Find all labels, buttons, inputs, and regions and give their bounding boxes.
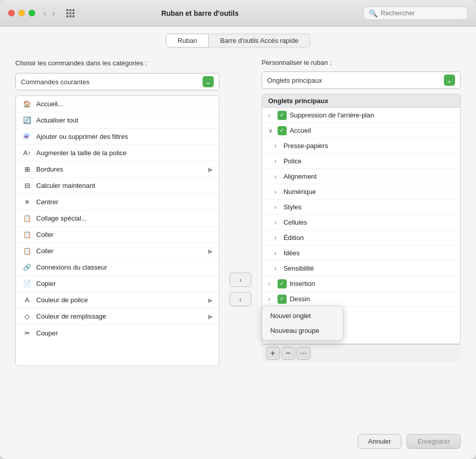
cmd-label: Collage spécial... bbox=[36, 214, 87, 222]
cmd-icon: ⊞ bbox=[22, 164, 32, 175]
cmd-icon: 📋 bbox=[22, 213, 32, 224]
cmd-icon: 📋 bbox=[22, 246, 32, 256]
list-item[interactable]: 🔄Actualiser tout bbox=[16, 112, 219, 129]
chevron-right-icon: › bbox=[268, 296, 274, 303]
list-item[interactable]: ›Presse-papiers bbox=[262, 138, 460, 154]
chevron-right-icon: › bbox=[274, 219, 281, 226]
commands-dropdown-value: Commandes courantes bbox=[21, 78, 89, 86]
ribbon-item-label: Cellules bbox=[284, 219, 307, 226]
ribbon-item-label: Accueil bbox=[290, 127, 311, 134]
list-item[interactable]: ›Édition bbox=[262, 230, 460, 246]
add-button[interactable]: › bbox=[230, 273, 252, 287]
ribbon-item-label: Numérique bbox=[284, 188, 316, 196]
ribbon-item-label: Dessin bbox=[290, 295, 310, 303]
cancel-button[interactable]: Annuler bbox=[358, 434, 402, 449]
maximize-button[interactable] bbox=[29, 10, 35, 16]
transfer-area: › ‹ bbox=[230, 59, 252, 418]
traffic-lights bbox=[8, 10, 35, 16]
commands-dropdown[interactable]: Commandes courantes ⌄ bbox=[15, 73, 219, 90]
cmd-icon: 🔄 bbox=[22, 115, 32, 126]
tab-ruban[interactable]: Ruban bbox=[166, 34, 209, 47]
ribbon-dropdown[interactable]: Onglets principaux ⌄ bbox=[262, 71, 461, 89]
tab-barre[interactable]: Barre d'outils Accès rapide bbox=[209, 34, 310, 47]
list-item[interactable]: 📄Copier bbox=[16, 276, 219, 292]
list-item[interactable]: ›Numérique bbox=[262, 184, 460, 200]
list-item[interactable]: ›Idées bbox=[262, 246, 460, 261]
new-group-item[interactable]: Nouveau groupe bbox=[262, 323, 343, 338]
search-icon: 🔍 bbox=[369, 9, 378, 17]
cmd-label: Centrer bbox=[36, 198, 58, 206]
more-ribbon-button[interactable]: ··· bbox=[296, 347, 311, 360]
chevron-right-icon: › bbox=[274, 158, 281, 165]
remove-button[interactable]: ‹ bbox=[230, 292, 252, 306]
list-item[interactable]: 📋Coller▶ bbox=[16, 243, 219, 259]
cmd-icon: ⚗️ bbox=[22, 132, 32, 142]
new-tab-item[interactable]: Nouvel onglet bbox=[262, 308, 343, 323]
cmd-label: Copier bbox=[36, 280, 56, 287]
list-item[interactable]: ◇Couleur de remplissage▶ bbox=[16, 308, 219, 325]
ribbon-list-bottom: + − ··· Nouvel onglet Nouveau groupe bbox=[262, 344, 461, 362]
search-bar[interactable]: 🔍 bbox=[363, 7, 468, 20]
section-header: Onglets principaux bbox=[262, 94, 460, 108]
cmd-label: Ajouter ou supprimer des filtres bbox=[36, 133, 128, 140]
list-item[interactable]: ⚗️Ajouter ou supprimer des filtres bbox=[16, 129, 219, 145]
cmd-icon: 📄 bbox=[22, 279, 32, 289]
left-panel-label: Choisir les commandes dans les catégorie… bbox=[15, 59, 219, 68]
command-list[interactable]: 🏠Accueil...🔄Actualiser tout⚗️Ajouter ou … bbox=[15, 95, 219, 366]
list-item[interactable]: 🏠Accueil... bbox=[16, 96, 219, 112]
cmd-label: Couper bbox=[36, 329, 58, 337]
chevron-right-icon: › bbox=[274, 265, 281, 272]
cmd-label: Augmenter la taille de la police bbox=[36, 149, 127, 157]
list-item[interactable]: ACouleur de police▶ bbox=[16, 292, 219, 308]
main-window: ‹ › Ruban et barre d'outils 🔍 Ruban Barr… bbox=[0, 0, 476, 459]
ribbon-dropdown-value: Onglets principaux bbox=[267, 77, 322, 84]
list-item[interactable]: ≡Centrer bbox=[16, 194, 219, 210]
list-item[interactable]: ›✓Suppression de l'arrière-plan bbox=[262, 108, 460, 123]
list-item[interactable]: ›Alignement bbox=[262, 169, 460, 184]
list-item[interactable]: 📋Collage spécial... bbox=[16, 210, 219, 227]
ribbon-item-label: Édition bbox=[284, 234, 304, 241]
cmd-icon: 📋 bbox=[22, 230, 32, 240]
search-input[interactable] bbox=[381, 9, 462, 17]
list-item[interactable]: ⊞Bordures▶ bbox=[16, 161, 219, 178]
list-item[interactable]: ✂Couper bbox=[16, 325, 219, 341]
list-item[interactable]: ›✓Dessin bbox=[262, 292, 460, 307]
cmd-label: Couleur de police bbox=[36, 296, 88, 304]
cmd-label: Coller bbox=[36, 231, 54, 238]
list-item[interactable]: ›Police bbox=[262, 154, 460, 169]
list-item[interactable]: ›✓Insertion bbox=[262, 276, 460, 292]
remove-ribbon-button[interactable]: − bbox=[281, 347, 295, 360]
ribbon-item-label: Sensibilité bbox=[284, 264, 314, 272]
window-title: Ruban et barre d'outils bbox=[43, 9, 357, 17]
cmd-icon: ⊟ bbox=[22, 181, 32, 191]
list-item[interactable]: 🔗Connexions du classeur bbox=[16, 259, 219, 276]
ribbon-item-label: Suppression de l'arrière-plan bbox=[290, 111, 374, 119]
list-item[interactable]: 📋Coller bbox=[16, 227, 219, 243]
submenu-arrow-icon: ▶ bbox=[208, 297, 213, 304]
list-item[interactable]: ∨✓Accueil bbox=[262, 123, 460, 138]
chevron-down-icon: ∨ bbox=[268, 127, 274, 134]
list-item[interactable]: ⊟Calculer maintenant bbox=[16, 178, 219, 194]
right-panel: Personnaliser le ruban : Onglets princip… bbox=[262, 59, 461, 418]
chevron-right-icon: › bbox=[274, 173, 281, 180]
cmd-label: Couleur de remplissage bbox=[36, 312, 106, 320]
cmd-icon: 🏠 bbox=[22, 99, 32, 109]
list-item[interactable]: ›Cellules bbox=[262, 215, 460, 230]
checked-icon: ✓ bbox=[278, 126, 287, 135]
add-ribbon-button[interactable]: + bbox=[266, 347, 280, 360]
minimize-button[interactable] bbox=[18, 10, 25, 16]
ribbon-item-label: Police bbox=[284, 157, 302, 165]
checked-icon: ✓ bbox=[278, 111, 287, 120]
cmd-label: Bordures bbox=[36, 165, 63, 173]
main-content: Choisir les commandes dans les catégorie… bbox=[0, 54, 476, 428]
list-item[interactable]: A↑Augmenter la taille de la police bbox=[16, 145, 219, 161]
save-button[interactable]: Enregistrer bbox=[407, 434, 461, 449]
list-item[interactable]: ›Sensibilité bbox=[262, 261, 460, 276]
list-item[interactable]: ›Styles bbox=[262, 200, 460, 215]
chevron-right-icon: › bbox=[274, 188, 281, 196]
cmd-icon: ≡ bbox=[22, 197, 32, 207]
close-button[interactable] bbox=[8, 10, 15, 16]
ribbon-item-label: Styles bbox=[284, 203, 302, 211]
ribbon-dropdown-arrow: ⌄ bbox=[444, 75, 455, 86]
commands-dropdown-arrow: ⌄ bbox=[203, 76, 214, 87]
